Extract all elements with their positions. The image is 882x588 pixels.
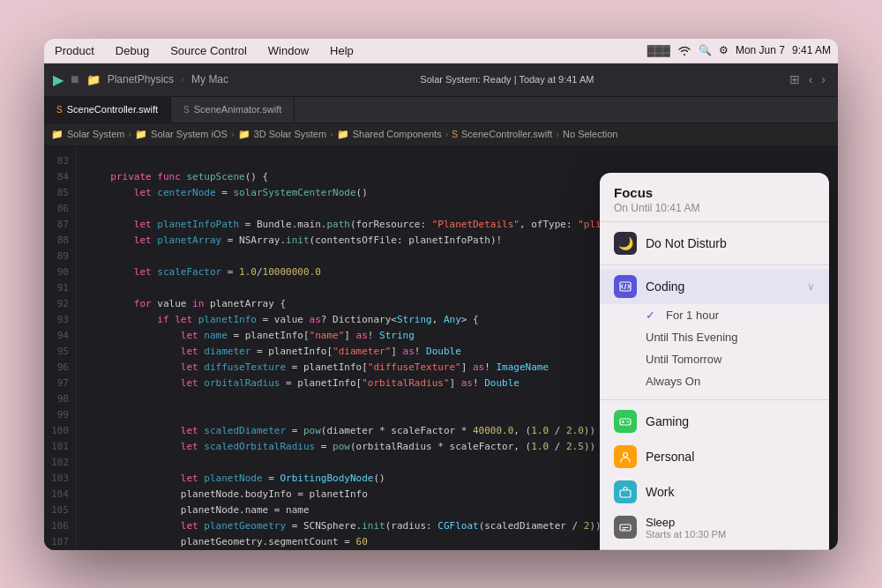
sleep-detail: Starts at 10:30 PM bbox=[646, 529, 815, 540]
project-name: PlanetPhysics bbox=[108, 73, 174, 86]
coding-icon bbox=[614, 275, 637, 298]
menu-date: Mon Jun 7 bbox=[736, 44, 785, 56]
svg-point-5 bbox=[626, 421, 627, 421]
sep3: › bbox=[330, 129, 333, 139]
focus-item-dnd[interactable]: 🌙 Do Not Disturb bbox=[600, 226, 829, 261]
menu-item-product[interactable]: Product bbox=[51, 42, 98, 59]
focus-header: Focus On Until 10:41 AM bbox=[600, 173, 829, 221]
menu-item-source-control[interactable]: Source Control bbox=[167, 42, 250, 59]
target-name: My Mac bbox=[191, 73, 228, 86]
menu-bar-right: ▓▓▓ 🔍 ⚙ Mon Jun 7 9:41 AM bbox=[647, 44, 831, 56]
menu-item-help[interactable]: Help bbox=[326, 42, 357, 59]
forward-icon[interactable]: › bbox=[818, 71, 829, 88]
focus-section-dnd: 🌙 Do Not Disturb bbox=[600, 222, 829, 264]
menu-item-window[interactable]: Window bbox=[265, 42, 312, 59]
control-center-icon[interactable]: ⚙ bbox=[719, 44, 729, 56]
mac-window: Product Debug Source Control Window Help… bbox=[44, 39, 838, 550]
breadcrumb-3d[interactable]: 3D Solar System bbox=[254, 129, 327, 139]
breadcrumb-file[interactable]: SceneController.swift bbox=[461, 129, 552, 139]
swift-file-icon-2: S bbox=[183, 105, 190, 115]
svg-line-1 bbox=[625, 284, 626, 288]
folder-icon-1: 📁 bbox=[51, 129, 64, 140]
dnd-label: Do Not Disturb bbox=[646, 236, 815, 250]
coding-label: Coding bbox=[646, 279, 798, 294]
work-icon bbox=[614, 480, 637, 503]
menu-bar: Product Debug Source Control Window Help… bbox=[44, 39, 838, 63]
sep5: › bbox=[556, 129, 559, 139]
wifi-icon[interactable] bbox=[677, 45, 691, 56]
menu-item-debug[interactable]: Debug bbox=[112, 42, 153, 59]
editor-area: 8384858687888990919293949596979899100101… bbox=[44, 146, 838, 550]
coding-subitems: For 1 hour Until This Evening Until Tomo… bbox=[600, 304, 829, 396]
focus-preferences-button[interactable]: Focus Preferences... bbox=[600, 549, 829, 550]
breadcrumb-selection: No Selection bbox=[563, 129, 617, 139]
svg-rect-2 bbox=[620, 419, 631, 425]
xcode-toolbar: ▶ ■ 📁 PlanetPhysics › My Mac Solar Syste… bbox=[44, 63, 838, 97]
focus-item-work[interactable]: Work bbox=[600, 474, 829, 510]
target-separator: › bbox=[181, 73, 184, 86]
sep4: › bbox=[445, 129, 449, 139]
focus-subtitle: On Until 10:41 AM bbox=[614, 202, 815, 214]
folder-icon-3: 📁 bbox=[238, 129, 250, 140]
subitem-tomorrow[interactable]: Until Tomorrow bbox=[646, 348, 829, 370]
swift-icon: S bbox=[452, 130, 458, 139]
dnd-icon: 🌙 bbox=[614, 232, 637, 255]
svg-point-6 bbox=[628, 421, 629, 422]
gaming-label: Gaming bbox=[646, 414, 815, 428]
search-icon[interactable]: 🔍 bbox=[699, 44, 712, 56]
sep2: › bbox=[231, 129, 235, 139]
stop-button[interactable]: ■ bbox=[71, 71, 79, 87]
tab-scene-animator[interactable]: S SceneAnimator.swift bbox=[171, 96, 295, 123]
sep1: › bbox=[128, 129, 131, 139]
swift-file-icon-1: S bbox=[56, 105, 63, 115]
personal-label: Personal bbox=[646, 450, 815, 464]
focus-item-personal[interactable]: Personal bbox=[600, 439, 829, 474]
focus-dropdown: Focus On Until 10:41 AM 🌙 Do Not Disturb bbox=[600, 173, 829, 550]
focus-title: Focus bbox=[614, 185, 815, 200]
sleep-icon bbox=[614, 516, 637, 539]
back-icon[interactable]: ‹ bbox=[805, 71, 817, 88]
subitem-evening[interactable]: Until This Evening bbox=[646, 326, 829, 348]
work-label: Work bbox=[646, 485, 815, 499]
folder-icon-2: 📁 bbox=[135, 129, 147, 140]
tab-bar: S SceneController.swift S SceneAnimator.… bbox=[44, 97, 838, 123]
menu-bar-left: Product Debug Source Control Window Help bbox=[51, 42, 647, 59]
svg-point-7 bbox=[624, 452, 628, 457]
focus-item-sleep[interactable]: Sleep Starts at 10:30 PM bbox=[600, 510, 829, 546]
personal-icon bbox=[614, 445, 637, 468]
tab-scene-controller[interactable]: S SceneController.swift bbox=[44, 96, 171, 123]
project-folder-icon: 📁 bbox=[86, 73, 101, 86]
focus-item-coding[interactable]: Coding ∨ bbox=[600, 269, 829, 304]
gaming-icon bbox=[614, 410, 637, 433]
breadcrumb-shared[interactable]: Shared Components bbox=[353, 129, 442, 139]
battery-icon: ▓▓▓ bbox=[647, 44, 670, 56]
sleep-label: Sleep bbox=[646, 516, 815, 529]
svg-rect-8 bbox=[620, 490, 631, 497]
focus-section-coding: Coding ∨ For 1 hour Until This Evening U… bbox=[600, 265, 829, 399]
grid-icon[interactable]: ⊞ bbox=[786, 71, 804, 88]
focus-section-others: Gaming Personal bbox=[600, 400, 829, 549]
nav-arrows: ⊞ ‹ › bbox=[786, 71, 829, 88]
breadcrumb-solar-system[interactable]: Solar System bbox=[67, 129, 124, 139]
breadcrumb-ios[interactable]: Solar System iOS bbox=[151, 129, 228, 139]
line-numbers: 8384858687888990919293949596979899100101… bbox=[44, 146, 77, 550]
subitem-1hour[interactable]: For 1 hour bbox=[646, 304, 829, 326]
folder-icon-4: 📁 bbox=[337, 129, 349, 140]
breadcrumb-bar: 📁 Solar System › 📁 Solar System iOS › 📁 … bbox=[44, 123, 838, 146]
menu-time: 9:41 AM bbox=[792, 44, 831, 56]
coding-chevron: ∨ bbox=[807, 280, 815, 293]
subitem-always[interactable]: Always On bbox=[646, 370, 829, 392]
build-status: Solar System: Ready | Today at 9:41 AM bbox=[235, 74, 779, 85]
run-button[interactable]: ▶ bbox=[53, 71, 64, 88]
focus-item-gaming[interactable]: Gaming bbox=[600, 404, 829, 439]
